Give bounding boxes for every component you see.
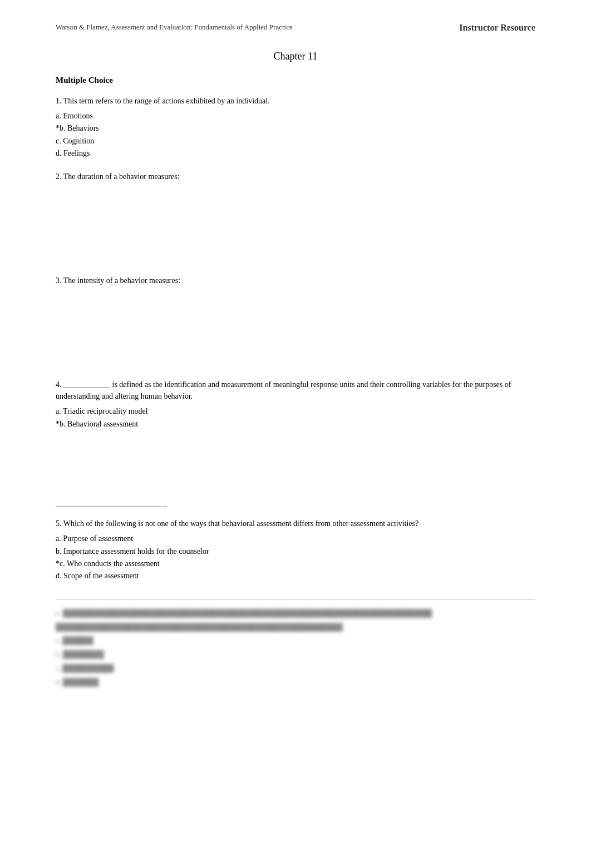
question-3-text: 3. The intensity of a behavior measures:: [56, 275, 535, 286]
question-4-text: 4. ____________ is defined as the identi…: [56, 379, 535, 402]
question-3-spacer: [56, 290, 535, 368]
page-header: Watson & Flamez, Assessment and Evaluati…: [56, 22, 535, 34]
question-1-option-b: *b. Behaviors: [56, 122, 535, 135]
question-5-option-a: a. Purpose of assessment: [56, 533, 535, 545]
blurred-line-5: c. ██████████: [56, 663, 535, 674]
blurred-line-4: b. ████████: [56, 649, 535, 661]
question-1-text: 1. This term refers to the range of acti…: [56, 95, 535, 107]
blurred-content: 6. █████████████████████████████████████…: [56, 608, 535, 688]
blurred-line-3: a. ██████: [56, 635, 535, 647]
question-5-option-b: b. Importance assessment holds for the c…: [56, 545, 535, 558]
question-4-spacer: [56, 430, 535, 497]
question-5: 5. Which of the following is not one of …: [56, 518, 535, 583]
chapter-title: Chapter 11: [56, 51, 535, 62]
page: Watson & Flamez, Assessment and Evaluati…: [0, 0, 591, 868]
question-2: 2. The duration of a behavior measures:: [56, 171, 535, 264]
question-1-option-a: a. Emotions: [56, 110, 535, 122]
question-4-option-a: a. Triadic reciprocality model: [56, 405, 535, 418]
question-4-option-b: *b. Behavioral assessment: [56, 418, 535, 430]
section-title: Multiple Choice: [56, 76, 535, 85]
section-divider: [56, 506, 167, 507]
question-4: 4. ____________ is defined as the identi…: [56, 379, 535, 497]
blurred-line-6: d. ███████: [56, 677, 535, 688]
question-1: 1. This term refers to the range of acti…: [56, 95, 535, 160]
header-resource-label: Instructor Resource: [459, 22, 535, 34]
question-1-option-d: d. Feelings: [56, 147, 535, 160]
question-5-option-c: *c. Who conducts the assessment: [56, 558, 535, 570]
question-2-spacer: [56, 186, 535, 264]
header-citation: Watson & Flamez, Assessment and Evaluati…: [56, 22, 293, 32]
question-3: 3. The intensity of a behavior measures:: [56, 275, 535, 368]
question-2-text: 2. The duration of a behavior measures:: [56, 171, 535, 182]
question-5-option-d: d. Scope of the assessment: [56, 570, 535, 582]
blurred-line-2: ████████████████████████████████████████…: [56, 622, 535, 633]
question-1-option-c: c. Cognition: [56, 135, 535, 147]
blurred-line-1: 6. █████████████████████████████████████…: [56, 608, 535, 619]
question-5-text: 5. Which of the following is not one of …: [56, 518, 535, 529]
blurred-question-section: 6. █████████████████████████████████████…: [56, 599, 535, 698]
